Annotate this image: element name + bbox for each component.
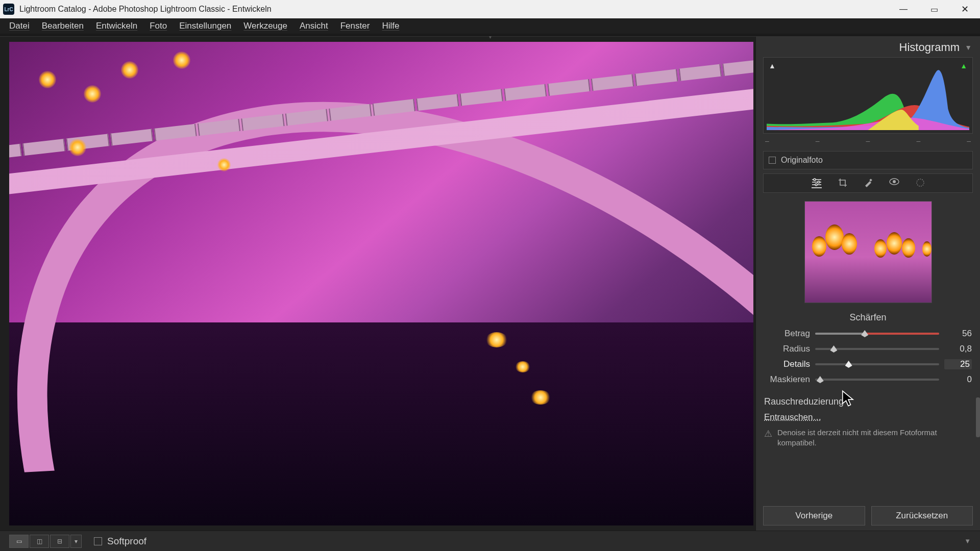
tool-strip [763, 173, 973, 193]
highlight-clip-icon[interactable]: ▲ [960, 62, 967, 70]
panel-scrollbar[interactable] [976, 82, 980, 520]
menu-einstellungen[interactable]: Einstellungen [173, 19, 237, 33]
develop-panel: Histogramm ▼ ▲ ▲ ––––– Originalfoto [755, 37, 980, 531]
slider-radius[interactable]: Radius 0,8 [764, 341, 972, 357]
shadow-clip-icon[interactable]: ▲ [769, 62, 776, 70]
checkbox-icon[interactable] [769, 157, 776, 164]
redeye-icon[interactable] [889, 178, 899, 188]
svg-point-8 [893, 180, 896, 183]
histogram[interactable]: ▲ ▲ [763, 57, 973, 134]
warning-icon: ⚠ [764, 428, 772, 448]
sharpen-sliders: Betrag 56 Radius 0,8 Details 25 Maskiere… [764, 326, 972, 387]
histogram-label: Histogramm [899, 41, 960, 54]
menu-hilfe[interactable]: Hilfe [376, 19, 405, 33]
view-mode-dropdown[interactable]: ▾ [70, 535, 82, 548]
loupe-view-button[interactable]: ▭ [9, 535, 29, 548]
slider-details[interactable]: Details 25 [764, 357, 972, 372]
close-button[interactable]: ✕ [949, 0, 980, 18]
menu-datei[interactable]: Datei [3, 19, 36, 33]
app-icon: LrC [3, 4, 14, 15]
edit-sliders-icon[interactable] [812, 178, 822, 188]
detail-preview[interactable] [804, 201, 932, 303]
mask-icon[interactable] [916, 178, 925, 188]
secondary-toolbar: ▭ ◫ ⊟ ▾ Softproof ▼ [0, 531, 980, 551]
histogram-header[interactable]: Histogramm ▼ [756, 37, 980, 57]
denoise-warning: ⚠ Denoise ist derzeit nicht mit diesem F… [764, 428, 972, 448]
menu-entwickeln[interactable]: Entwickeln [90, 19, 143, 33]
window-title: Lightroom Catalog - Adobe Photoshop Ligh… [19, 5, 888, 14]
svg-rect-6 [869, 179, 872, 182]
image-viewer[interactable] [0, 37, 755, 531]
original-photo-toggle[interactable]: Originalfoto [763, 151, 973, 169]
previous-button[interactable]: Vorherige [763, 506, 865, 525]
toolbar-dropdown[interactable]: ▼ [964, 537, 971, 545]
minimize-button[interactable]: — [888, 0, 919, 18]
title-bar: LrC Lightroom Catalog - Adobe Photoshop … [0, 0, 980, 18]
photo-canvas[interactable] [9, 42, 753, 525]
checkbox-icon[interactable] [94, 537, 102, 545]
before-after-lr-button[interactable]: ◫ [30, 535, 49, 548]
original-photo-label: Originalfoto [781, 156, 823, 165]
noise-reduction-title: Rauschreduzierung [764, 396, 972, 407]
maximize-button[interactable]: ▭ [919, 0, 949, 18]
menu-ansicht[interactable]: Ansicht [293, 19, 334, 33]
svg-point-3 [814, 179, 816, 181]
svg-point-4 [818, 181, 820, 183]
menu-bar: Datei Bearbeiten Entwickeln Foto Einstel… [0, 18, 980, 34]
reset-button[interactable]: Zurücksetzen [871, 506, 973, 525]
svg-point-9 [917, 179, 924, 186]
denoise-button[interactable]: Entrauschen… [764, 412, 972, 422]
menu-fenster[interactable]: Fenster [334, 19, 376, 33]
slider-maskieren[interactable]: Maskieren 0 [764, 372, 972, 387]
menu-bearbeiten[interactable]: Bearbeiten [36, 19, 90, 33]
histogram-readout: ––––– [765, 137, 971, 145]
menu-foto[interactable]: Foto [143, 19, 173, 33]
crop-icon[interactable] [838, 178, 847, 188]
svg-point-5 [815, 184, 817, 186]
chevron-down-icon[interactable]: ▼ [965, 43, 972, 52]
sharpen-title: Schärfen [756, 310, 980, 326]
softproof-toggle[interactable]: Softproof [94, 536, 146, 547]
view-mode-switcher: ▭ ◫ ⊟ ▾ [9, 535, 82, 548]
slider-betrag[interactable]: Betrag 56 [764, 326, 972, 341]
menu-werkzeuge[interactable]: Werkzeuge [237, 19, 293, 33]
before-after-tb-button[interactable]: ⊟ [50, 535, 69, 548]
heal-brush-icon[interactable] [864, 178, 873, 188]
module-divider: ▾ [0, 34, 980, 37]
